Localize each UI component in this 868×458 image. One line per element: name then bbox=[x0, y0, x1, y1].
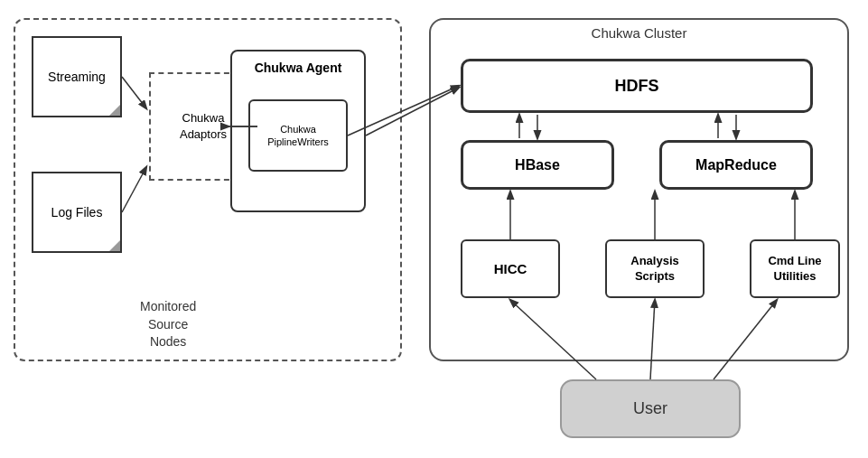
cluster-label: Chukwa Cluster bbox=[429, 25, 849, 41]
hicc-box: HICC bbox=[461, 239, 560, 298]
hbase-box: HBase bbox=[461, 140, 614, 190]
mapreduce-label: MapReduce bbox=[695, 157, 777, 173]
cmdline-label: Cmd Line Utilities bbox=[768, 254, 821, 285]
logfiles-box: Log Files bbox=[32, 172, 122, 253]
monitored-label: Monitored Source Nodes bbox=[140, 298, 196, 351]
user-box: User bbox=[560, 379, 741, 438]
analysis-box: Analysis Scripts bbox=[605, 239, 705, 298]
streaming-label: Streaming bbox=[48, 70, 106, 84]
logfiles-label: Log Files bbox=[51, 205, 103, 220]
user-label: User bbox=[633, 399, 667, 418]
agent-label: Chukwa Agent bbox=[232, 61, 364, 75]
mapreduce-box: MapReduce bbox=[659, 140, 813, 190]
diagram-container: Monitored Source Nodes Streaming Log Fil… bbox=[0, 0, 868, 458]
streaming-box: Streaming bbox=[32, 36, 122, 117]
pipeline-label: Chukwa PiplineWriters bbox=[267, 123, 329, 149]
hdfs-box: HDFS bbox=[461, 59, 813, 113]
cmdline-box: Cmd Line Utilities bbox=[750, 239, 840, 298]
pipeline-box: Chukwa PiplineWriters bbox=[248, 99, 348, 172]
hicc-label: HICC bbox=[494, 261, 527, 276]
analysis-label: Analysis Scripts bbox=[630, 254, 678, 285]
adaptors-label: Chukwa Adaptors bbox=[180, 110, 227, 143]
hdfs-label: HDFS bbox=[615, 77, 659, 96]
hbase-label: HBase bbox=[515, 157, 560, 173]
